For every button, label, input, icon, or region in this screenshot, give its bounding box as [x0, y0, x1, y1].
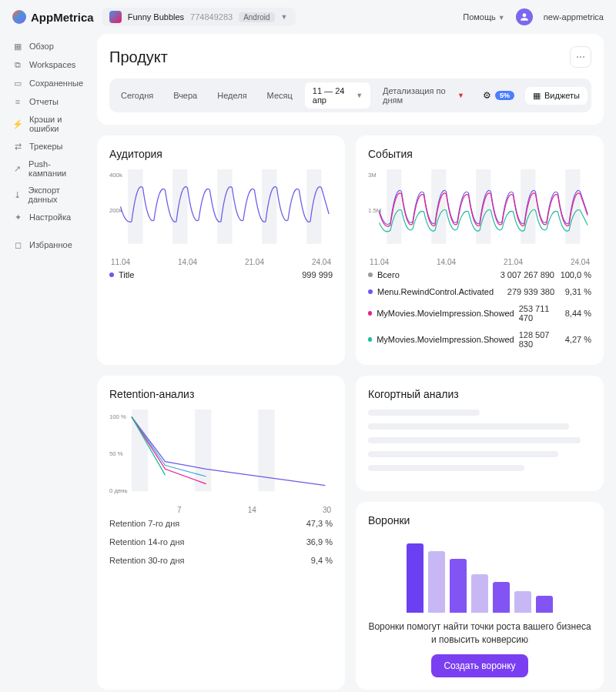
- sidebar-item-settings[interactable]: ✦Настройка: [12, 208, 85, 226]
- help-link[interactable]: Помощь ▼: [463, 12, 504, 22]
- seg-week[interactable]: Неделя: [209, 87, 254, 104]
- sidebar-item-reports[interactable]: ≡Отчеты: [12, 92, 85, 111]
- main-content: Продукт ⋯ Сегодня Вчера Неделя Месяц 11 …: [85, 34, 616, 692]
- sliders-icon: ⚙: [483, 90, 491, 101]
- svg-rect-0: [128, 169, 142, 244]
- audience-title: Аудитория: [109, 148, 333, 160]
- brand-text: AppMetrica: [31, 11, 94, 24]
- seg-yesterday[interactable]: Вчера: [166, 87, 205, 104]
- chevron-down-icon: ▼: [281, 13, 288, 21]
- app-header: AppMetrica Funny Bubbles 774849283 Andro…: [0, 0, 616, 34]
- funnel-illustration: [368, 536, 591, 613]
- sidebar-item-saved[interactable]: ▭Сохраненные: [12, 74, 85, 92]
- svg-rect-10: [521, 169, 535, 244]
- sidebar-item-push[interactable]: ↗Push-кампании: [12, 155, 85, 182]
- sidebar-item-trackers[interactable]: ⇄Трекеры: [12, 137, 85, 155]
- cohort-card: Когортный анализ: [356, 376, 604, 491]
- retention-chart: 100 % 50 % 0 день: [109, 410, 333, 499]
- username[interactable]: new-appmetrica: [544, 12, 604, 22]
- cohort-title: Когортный анализ: [368, 388, 591, 400]
- retention-card: Retention-анализ 100 % 50 % 0 день 71430…: [97, 376, 345, 690]
- retention-xaxis: 71430: [109, 506, 333, 514]
- page-title: Продукт: [109, 48, 168, 66]
- sidebar-item-crashes[interactable]: ⚡Крэши и ошибки: [12, 111, 85, 137]
- grid-icon: ▦: [533, 91, 541, 101]
- widgets-button[interactable]: ▦Виджеты: [525, 87, 588, 105]
- svg-rect-1: [172, 169, 187, 244]
- audience-chart: 400k 200k: [109, 169, 333, 251]
- avatar[interactable]: [516, 8, 533, 25]
- retention-title: Retention-анализ: [109, 388, 333, 400]
- funnel-title: Воронки: [368, 514, 591, 527]
- svg-rect-2: [217, 169, 232, 244]
- page-menu-button[interactable]: ⋯: [570, 46, 591, 68]
- audience-card: Аудитория 400k 200k 11.0414.0421.0424.04…: [97, 135, 345, 365]
- events-card: События 3M 1.5M 11.0414.0421.0424.04 Все…: [356, 135, 604, 365]
- svg-rect-15: [195, 410, 211, 491]
- seg-month[interactable]: Месяц: [259, 87, 300, 104]
- svg-rect-4: [306, 169, 321, 244]
- svg-rect-8: [431, 169, 446, 244]
- svg-text:200k: 200k: [109, 207, 122, 214]
- app-selector[interactable]: Funny Bubbles 774849283 Android ▼: [102, 8, 296, 26]
- sidebar-item-favorites[interactable]: ◻Избранное: [12, 236, 85, 254]
- svg-rect-16: [258, 410, 274, 491]
- date-range-picker[interactable]: 11 — 24 апр▼: [305, 82, 370, 109]
- seg-today[interactable]: Сегодня: [113, 87, 161, 104]
- svg-rect-7: [387, 169, 401, 244]
- retention-stats: Retention 7-го дня47,3 % Retention 14-го…: [109, 514, 333, 570]
- app-name: Funny Bubbles: [128, 12, 184, 22]
- funnel-text: Воронки помогут найти точки роста вашего…: [368, 620, 591, 647]
- platform-badge: Android: [239, 12, 274, 22]
- brand-logo[interactable]: AppMetrica: [12, 10, 94, 24]
- svg-rect-3: [262, 169, 276, 244]
- sidebar-item-workspaces[interactable]: ⧉Workspaces: [12, 55, 85, 74]
- sidebar-item-export[interactable]: ⤓Экспорт данных: [12, 182, 85, 208]
- create-funnel-button[interactable]: Создать воронку: [431, 654, 527, 677]
- events-title: События: [368, 148, 591, 160]
- page-header-card: Продукт ⋯ Сегодня Вчера Неделя Месяц 11 …: [97, 34, 604, 125]
- sidebar: ▦Обзор ⧉Workspaces ▭Сохраненные ≡Отчеты …: [0, 34, 85, 692]
- svg-rect-11: [565, 169, 580, 244]
- svg-rect-9: [476, 169, 490, 244]
- app-id: 774849283: [190, 12, 233, 22]
- svg-text:400k: 400k: [109, 172, 122, 179]
- funnel-card: Воронки Воронки помогут найти точки рост…: [356, 502, 604, 690]
- detail-dropdown[interactable]: Детализация по дням▼: [375, 82, 472, 109]
- events-xaxis: 11.0414.0421.0424.04: [368, 258, 591, 266]
- events-legend: Всего3 007 267 890100,0 % Menu.RewindCon…: [368, 266, 591, 353]
- filter-button[interactable]: ⚙5%: [477, 86, 521, 105]
- audience-legend: Title 999 999: [109, 266, 333, 283]
- controls-bar: Сегодня Вчера Неделя Месяц 11 — 24 апр▼ …: [109, 79, 591, 112]
- svg-text:3M: 3M: [368, 172, 377, 179]
- svg-text:50 %: 50 %: [109, 450, 123, 457]
- app-icon: [109, 11, 122, 23]
- logo-icon: [12, 10, 26, 24]
- audience-xaxis: 11.0414.0421.0424.04: [109, 258, 333, 266]
- sidebar-item-overview[interactable]: ▦Обзор: [12, 37, 85, 55]
- svg-text:100 %: 100 %: [109, 413, 126, 420]
- svg-text:0 день: 0 день: [109, 488, 128, 495]
- events-chart: 3M 1.5M: [368, 169, 591, 251]
